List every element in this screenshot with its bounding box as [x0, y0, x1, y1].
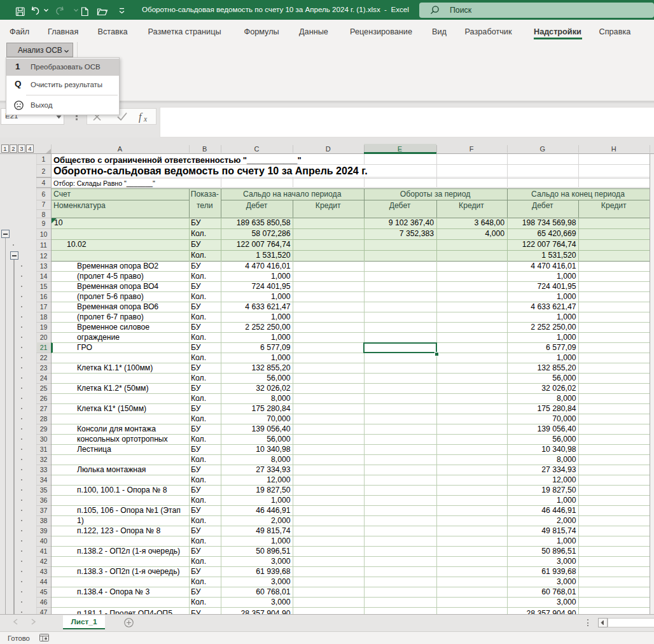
- svg-text:x: x: [143, 115, 148, 123]
- svg-text:f: f: [139, 111, 143, 123]
